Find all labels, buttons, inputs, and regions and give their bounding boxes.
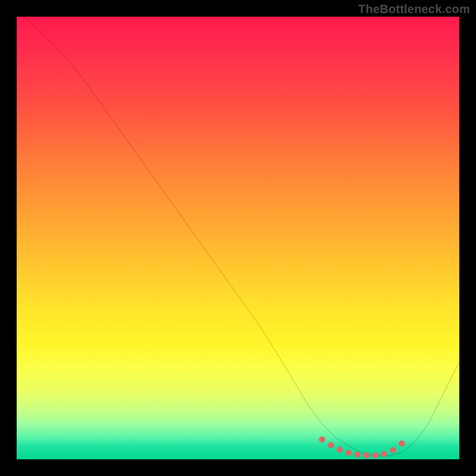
marker-dot bbox=[381, 451, 387, 457]
chart-frame: TheBottleneck.com bbox=[0, 0, 476, 476]
marker-dot bbox=[337, 446, 343, 452]
marker-dot bbox=[390, 447, 396, 453]
marker-dot bbox=[319, 436, 325, 442]
bottleneck-curve bbox=[26, 17, 459, 456]
marker-dot bbox=[399, 440, 405, 446]
marker-dot bbox=[346, 450, 352, 456]
optimal-zone-markers bbox=[319, 436, 405, 458]
marker-dot bbox=[355, 452, 361, 458]
marker-dot bbox=[364, 452, 369, 458]
curve-layer bbox=[17, 17, 459, 459]
watermark-text: TheBottleneck.com bbox=[358, 2, 470, 16]
marker-dot bbox=[372, 452, 378, 458]
marker-dot bbox=[328, 442, 334, 448]
plot-area bbox=[17, 17, 459, 459]
